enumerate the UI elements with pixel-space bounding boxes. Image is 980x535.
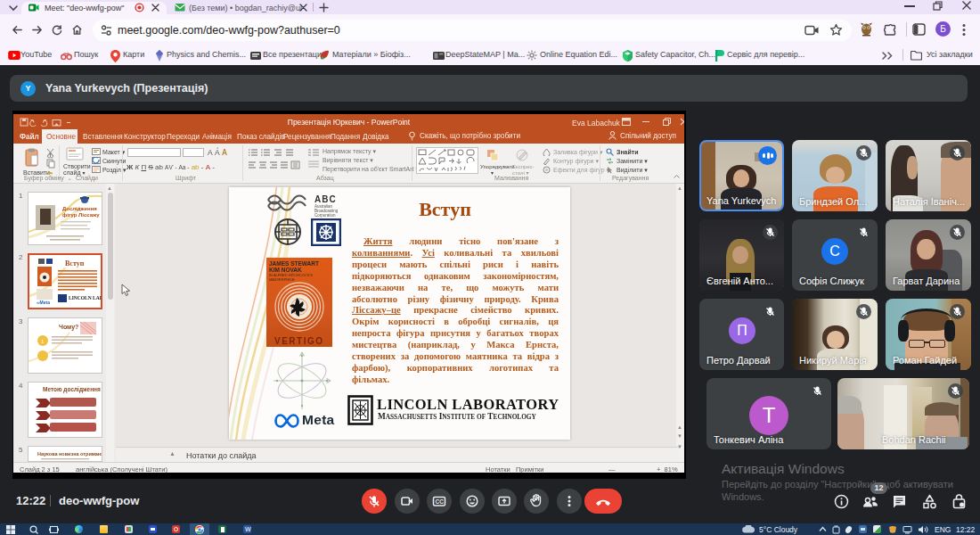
svg-text:Наукова новизна отриманих резу: Наукова новизна отриманих результатів — [37, 451, 102, 457]
svg-text:Вступ: Вступ — [65, 259, 85, 268]
svg-text:CC: CC — [436, 498, 445, 505]
svg-text:∞Meta: ∞Meta — [37, 300, 50, 305]
svg-text:фігур Ліссажу: фігур Ліссажу — [62, 212, 100, 218]
svg-text:Чому?: Чому? — [59, 324, 78, 331]
svg-text:Дослідження: Дослідження — [62, 206, 97, 211]
svg-text:LINCOLN LAB: LINCOLN LAB — [69, 295, 101, 300]
svg-text:Метою дослідження є:: Метою дослідження є: — [43, 386, 102, 393]
